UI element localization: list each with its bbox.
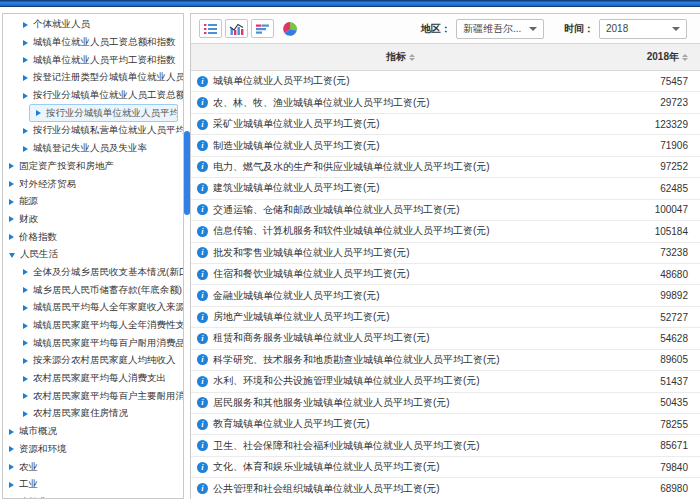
tree-arrow-icon[interactable] [9,253,15,258]
info-icon[interactable]: i [197,333,208,344]
tree-arrow-icon[interactable] [23,340,28,346]
info-icon[interactable]: i [197,76,208,87]
table-row[interactable]: i 住宿和餐饮业城镇单位就业人员平均工资(元) 48680 [191,264,700,285]
info-icon[interactable]: i [197,440,208,451]
sidebar-item[interactable]: 按登记注册类型分城镇单位就业人员平均 [3,69,183,87]
sidebar-item[interactable]: 农村居民家庭平均每百户主要耐用消费品 [3,387,183,405]
sidebar-item[interactable]: 农村居民家庭平均每人消费支出 [3,370,183,388]
sidebar-item[interactable]: 城镇居民平均每人全年家庭收入来源 [3,299,183,317]
sidebar-item[interactable]: 对外经济贸易 [3,175,183,193]
value-column-header[interactable]: 2018年 [610,44,700,70]
table-row[interactable]: i 公共管理和社会组织城镇单位就业人员平均工资(元) 68980 [191,478,700,499]
sidebar-item[interactable]: 农村居民家庭住房情况 [3,405,183,423]
tree-arrow-icon[interactable] [9,216,14,222]
sidebar-item[interactable]: 城镇居民家庭平均每百户耐用消费品拥有 [3,334,183,352]
table-row[interactable]: i 制造业城镇单位就业人员平均工资(元) 71906 [191,135,700,156]
sidebar-item[interactable]: 城镇单位就业人员工资总额和指数 [3,34,183,52]
table-row[interactable]: i 水利、环境和公共设施管理业城镇单位就业人员平均工资(元) 51437 [191,371,700,392]
tree-arrow-icon[interactable] [23,22,28,28]
tree-arrow-icon[interactable] [23,376,28,382]
tree-arrow-icon[interactable] [36,110,41,116]
table-row[interactable]: i 交通运输、仓储和邮政业城镇单位就业人员平均工资(元) 100047 [191,200,700,221]
tree-arrow-icon[interactable] [23,269,28,275]
info-icon[interactable]: i [197,290,208,301]
tree-arrow-icon[interactable] [23,146,28,152]
info-icon[interactable]: i [197,204,208,215]
tree-arrow-icon[interactable] [23,393,28,399]
info-icon[interactable]: i [197,312,208,323]
pie-chart-button[interactable] [280,19,300,38]
tree-arrow-icon[interactable] [9,199,14,205]
sidebar-item[interactable]: 财政 [3,211,183,229]
table-row[interactable]: i 卫生、社会保障和社会福利业城镇单位就业人员平均工资(元) 85671 [191,435,700,456]
info-icon[interactable]: i [197,376,208,387]
tree-arrow-icon[interactable] [23,358,28,364]
sidebar-item[interactable]: 按行业分城镇私营单位就业人员平均工资 [3,122,183,140]
time-select[interactable]: 2018 [599,19,687,39]
sidebar-item[interactable]: 城镇居民家庭平均每人全年消费性支出 [3,317,183,335]
table-row[interactable]: i 批发和零售业城镇单位就业人员平均工资(元) 73238 [191,243,700,264]
info-icon[interactable]: i [197,247,208,258]
info-icon[interactable]: i [197,183,208,194]
info-icon[interactable]: i [197,397,208,408]
region-select[interactable]: 新疆维吾尔... [456,19,544,39]
sort-icon[interactable] [682,54,688,61]
sidebar-item[interactable]: 固定资产投资和房地产 [3,158,183,176]
tree-arrow-icon[interactable] [23,75,28,81]
tree-arrow-icon[interactable] [9,163,14,169]
list-view-button[interactable] [199,19,222,38]
tree-arrow-icon[interactable] [9,464,14,470]
tree-arrow-icon[interactable] [9,234,14,240]
table-row[interactable]: i 居民服务和其他服务业城镇单位就业人员平均工资(元) 50435 [191,393,700,414]
sidebar-item[interactable]: 按来源分农村居民家庭人均纯收入 [3,352,183,370]
sidebar-item[interactable]: 按行业分城镇单位就业人员工资总额 [3,87,183,105]
info-icon[interactable]: i [197,419,208,430]
tree-arrow-icon[interactable] [23,305,28,311]
table-row[interactable]: i 电力、燃气及水的生产和供应业城镇单位就业人员平均工资(元) 97252 [191,157,700,178]
tree-arrow-icon[interactable] [23,287,28,293]
info-icon[interactable]: i [197,140,208,151]
info-icon[interactable]: i [197,119,208,130]
table-row[interactable]: i 房地产业城镇单位就业人员平均工资(元) 52727 [191,307,700,328]
tree-arrow-icon[interactable] [9,429,14,435]
sidebar-item[interactable]: 城镇单位就业人员平均工资和指数 [3,51,183,69]
table-row[interactable]: i 信息传输、计算机服务和软件业城镇单位就业人员平均工资(元) 105184 [191,221,700,242]
tree-arrow-icon[interactable] [9,446,14,452]
tree-arrow-icon[interactable] [23,57,28,63]
info-icon[interactable]: i [197,462,208,473]
tree-arrow-icon[interactable] [23,323,28,329]
tree-arrow-icon[interactable] [9,181,14,187]
sidebar-item[interactable]: 建筑业 [3,494,183,499]
info-icon[interactable]: i [197,483,208,494]
table-row[interactable]: i 城镇单位就业人员平均工资(元) 75457 [191,71,700,92]
indicator-column-header[interactable]: 指标 [191,44,610,70]
sidebar-item[interactable]: 价格指数 [3,228,183,246]
sidebar-item[interactable]: 人民生活 [3,246,183,264]
sidebar-item[interactable]: 农业 [3,458,183,476]
table-row[interactable]: i 金融业城镇单位就业人员平均工资(元) 99892 [191,285,700,306]
info-icon[interactable]: i [197,161,208,172]
tree-arrow-icon[interactable] [23,93,28,99]
tree-arrow-icon[interactable] [9,482,14,488]
table-row[interactable]: i 租赁和商务服务业城镇单位就业人员平均工资(元) 54628 [191,328,700,349]
table-row[interactable]: i 建筑业城镇单位就业人员平均工资(元) 62485 [191,178,700,199]
table-row[interactable]: i 文化、体育和娱乐业城镇单位就业人员平均工资(元) 79840 [191,457,700,478]
info-icon[interactable]: i [197,97,208,108]
sidebar-item[interactable]: 工业 [3,476,183,494]
column-chart-button[interactable] [225,19,248,38]
sidebar-item[interactable]: 个体就业人员 [3,16,183,34]
info-icon[interactable]: i [197,354,208,365]
table-row[interactable]: i 科学研究、技术服务和地质勘查业城镇单位就业人员平均工资(元) 89605 [191,350,700,371]
info-icon[interactable]: i [197,226,208,237]
sidebar-item[interactable]: 城乡居民人民币储蓄存款(年底余额) [3,281,183,299]
sidebar-item[interactable]: 城镇登记失业人员及失业率 [3,140,183,158]
sidebar-item[interactable]: 能源 [3,193,183,211]
tree-arrow-icon[interactable] [23,40,28,46]
sort-icon[interactable] [409,54,415,61]
tree-arrow-icon[interactable] [23,411,28,417]
tree-arrow-icon[interactable] [23,128,28,134]
sidebar-item[interactable]: 按行业分城镇单位就业人员平均工资 [29,104,178,122]
bar-chart-button[interactable] [251,19,274,38]
table-row[interactable]: i 教育城镇单位就业人员平均工资(元) 78255 [191,414,700,435]
table-row[interactable]: i 采矿业城镇单位就业人员平均工资(元) 123329 [191,114,700,135]
